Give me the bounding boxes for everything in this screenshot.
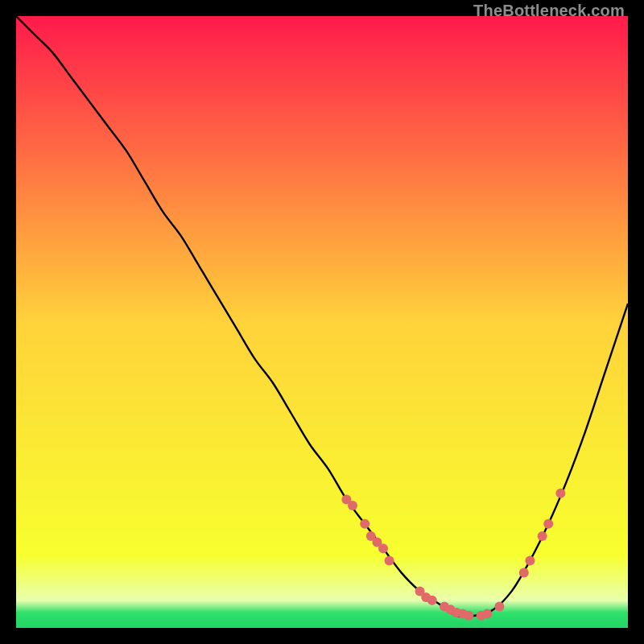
data-point: [378, 543, 388, 553]
data-point: [482, 609, 492, 619]
watermark-text: TheBottleneck.com: [473, 2, 625, 20]
chart-frame: [16, 16, 628, 628]
data-point: [525, 555, 535, 565]
data-point: [348, 501, 357, 510]
data-point: [360, 519, 369, 529]
data-point: [543, 519, 553, 529]
gradient-background: [16, 16, 628, 628]
data-point: [427, 596, 437, 605]
data-point: [385, 555, 394, 565]
data-point: [464, 611, 473, 621]
data-point: [538, 531, 547, 541]
data-point: [519, 568, 529, 578]
data-point: [494, 601, 504, 611]
bottleneck-chart: [16, 16, 628, 628]
data-point: [555, 489, 565, 498]
